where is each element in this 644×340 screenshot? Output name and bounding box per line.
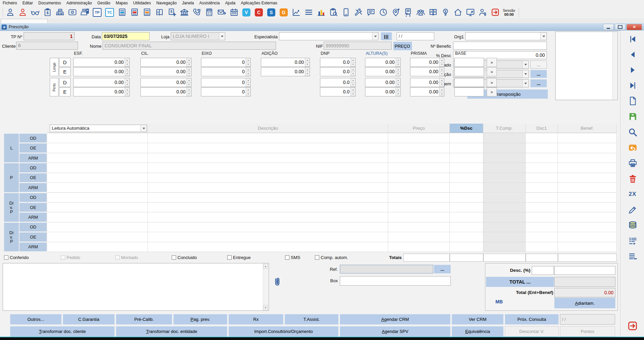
scroll-up-button[interactable]: ▲	[263, 264, 268, 269]
spin-up-icon[interactable]: ▲	[351, 78, 355, 83]
item-cell[interactable]	[526, 143, 558, 153]
ref-field[interactable]	[340, 265, 433, 273]
item-cell[interactable]	[148, 133, 388, 143]
spin-down-icon[interactable]: ▼	[396, 92, 400, 96]
item-cell[interactable]	[388, 133, 450, 143]
item-cell[interactable]	[450, 153, 483, 163]
item-cell[interactable]	[47, 212, 148, 222]
item-cell[interactable]	[47, 153, 148, 163]
item-cell[interactable]	[483, 153, 526, 163]
spin-up-icon[interactable]: ▲	[396, 58, 400, 62]
chevron-down-icon[interactable]	[540, 33, 547, 40]
item-cell[interactable]	[558, 163, 617, 173]
rx-value-spinner[interactable]: 0.00▲▼	[365, 78, 401, 87]
auto-read-combo[interactable]: Leitura Automática	[50, 125, 147, 132]
item-cell[interactable]	[148, 193, 388, 203]
rx-value-spinner[interactable]: 0.0▲▼	[320, 78, 356, 87]
specialist-list-button[interactable]: |||	[381, 32, 392, 40]
final-discount-value-field[interactable]	[554, 266, 615, 275]
price-button[interactable]: PREÇO	[393, 42, 412, 50]
rx-base-field[interactable]	[454, 67, 484, 76]
item-cell[interactable]	[388, 203, 450, 212]
item-cell[interactable]	[450, 193, 483, 203]
item-cell[interactable]	[558, 133, 617, 143]
button-equival-ncia[interactable]: Equivalência	[452, 326, 504, 337]
item-cell[interactable]	[148, 153, 388, 163]
item-cell[interactable]	[483, 203, 526, 212]
item-cell[interactable]	[148, 143, 388, 153]
spin-down-icon[interactable]: ▼	[351, 92, 355, 96]
next-consultation-date-field[interactable]: / /	[560, 314, 615, 325]
spin-up-icon[interactable]: ▲	[187, 88, 191, 92]
spin-down-icon[interactable]: ▼	[351, 62, 355, 67]
print-icon[interactable]	[627, 158, 638, 168]
spin-down-icon[interactable]: ▼	[351, 72, 355, 76]
spin-up-icon[interactable]: ▲	[396, 68, 400, 72]
new-record-icon[interactable]	[627, 95, 638, 106]
item-cell[interactable]	[148, 222, 388, 232]
spin-up-icon[interactable]: ▲	[440, 68, 444, 72]
item-cell[interactable]	[558, 173, 617, 183]
rx-value-spinner[interactable]: 0.00▲▼	[410, 67, 444, 76]
spin-down-icon[interactable]: ▼	[440, 92, 444, 96]
rx-value-spinner[interactable]: 0▲▼	[201, 58, 251, 67]
item-cell[interactable]	[47, 222, 148, 232]
spin-down-icon[interactable]: ▼	[187, 92, 191, 96]
rx-base-field[interactable]	[454, 87, 484, 96]
item-cell[interactable]	[388, 232, 450, 242]
checkbox-entregue[interactable]	[227, 255, 232, 260]
item-cell[interactable]	[526, 183, 558, 193]
item-cell[interactable]	[47, 143, 148, 153]
checkbox-comp-autom-[interactable]	[315, 255, 319, 260]
checkbox-conferido[interactable]	[4, 255, 8, 260]
button-outros-[interactable]: Outros...	[10, 314, 62, 325]
list-remove-icon[interactable]	[627, 251, 638, 262]
list-forward-icon[interactable]	[627, 236, 638, 246]
item-cell[interactable]	[148, 242, 388, 252]
assembly-more-button[interactable]: ...	[530, 79, 547, 87]
item-cell[interactable]	[483, 222, 526, 232]
item-cell[interactable]	[148, 203, 388, 212]
items-header-dsc[interactable]: %Dsc	[450, 124, 483, 133]
rx-value-spinner[interactable]: 0.0▲▼	[320, 58, 356, 67]
item-cell[interactable]	[558, 183, 617, 193]
item-cell[interactable]	[526, 222, 558, 232]
item-cell[interactable]	[47, 173, 148, 183]
button-ver-crm[interactable]: Ver CRM	[452, 314, 504, 325]
item-cell[interactable]	[388, 143, 450, 153]
first-record-icon[interactable]	[627, 34, 638, 44]
exit-icon[interactable]	[627, 321, 638, 331]
item-cell[interactable]	[558, 222, 617, 232]
button-pr-calib-[interactable]: Pré-Calib.	[116, 314, 172, 325]
item-cell[interactable]	[558, 232, 617, 242]
item-cell[interactable]	[526, 232, 558, 242]
item-cell[interactable]	[388, 183, 450, 193]
spin-down-icon[interactable]: ▼	[305, 62, 310, 67]
button-transformar-doc-cliente[interactable]: Transformar doc. cliente	[10, 326, 115, 337]
rx-value-spinner[interactable]: 0.00▲▼	[365, 87, 401, 96]
final-discount-field[interactable]	[532, 266, 554, 275]
button-pag-prev-[interactable]: Pag. prev.	[173, 314, 227, 325]
item-cell[interactable]	[388, 163, 450, 173]
spin-down-icon[interactable]: ▼	[440, 72, 444, 76]
button-pr-x-consulta[interactable]: Próx. Consulta	[505, 314, 559, 325]
spin-up-icon[interactable]: ▲	[246, 78, 250, 83]
item-cell[interactable]	[388, 153, 450, 163]
rx-value-spinner[interactable]: 0.00▲▼	[365, 67, 401, 76]
item-cell[interactable]	[450, 133, 483, 143]
item-cell[interactable]	[450, 222, 483, 232]
spin-down-icon[interactable]: ▼	[246, 72, 250, 76]
item-cell[interactable]	[483, 143, 526, 153]
spin-up-icon[interactable]: ▲	[187, 78, 191, 83]
item-cell[interactable]	[47, 232, 148, 242]
rx-value-spinner[interactable]: 0.00▲▼	[410, 78, 444, 87]
spin-up-icon[interactable]: ▲	[125, 88, 129, 92]
spin-up-icon[interactable]: ▲	[351, 68, 355, 72]
rx-value-spinner[interactable]: 0.0▲▼	[320, 67, 356, 76]
item-cell[interactable]	[483, 183, 526, 193]
item-cell[interactable]	[388, 193, 450, 203]
item-cell[interactable]	[558, 143, 617, 153]
spin-up-icon[interactable]: ▲	[396, 78, 400, 83]
item-cell[interactable]	[148, 173, 388, 183]
box-field[interactable]	[340, 276, 451, 286]
